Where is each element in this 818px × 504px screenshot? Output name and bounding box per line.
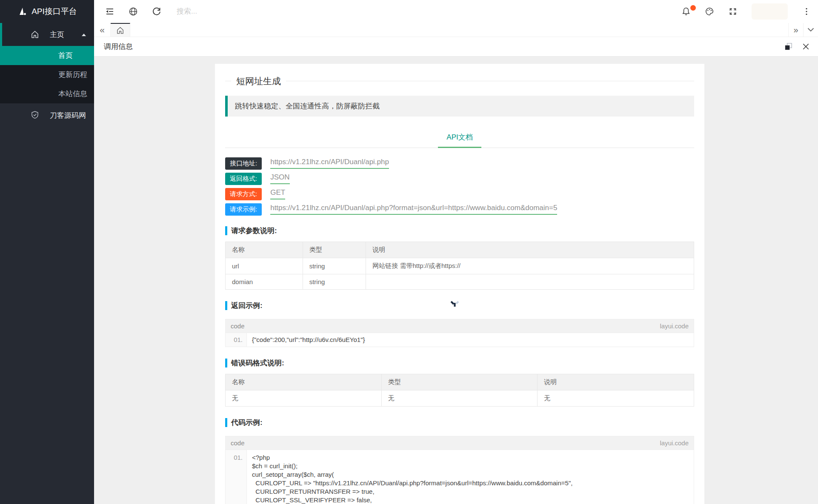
tab-scroll-right-button[interactable]: » [788, 23, 803, 37]
field-row-endpoint: 接口地址: https://v1.21lhz.cn/API/Duanl/api.… [225, 158, 694, 169]
format-value[interactable]: JSON [270, 173, 289, 184]
col-type: 类型 [303, 242, 366, 258]
table-cell: string [303, 274, 366, 290]
section-accent-bar [225, 226, 227, 235]
errors-heading: 错误码格式说明: [231, 358, 284, 368]
code-line: CURLOPT_URL => "https://v1.21lhz.cn/API/… [252, 479, 694, 487]
example-url-link[interactable]: https://v1.21lhz.cn/API/Duanl/api.php?fo… [270, 204, 557, 215]
content-area: 短网址生成 跳转快速稳定、全国连通性高，防屏蔽防拦截 API文档 接口地址: h… [94, 57, 818, 504]
page-title: 调用信息 [94, 42, 133, 51]
php-example-code-block: code layui.code 01. <?php $ch = curl_ini… [225, 436, 694, 504]
topbar-left-icons [94, 7, 161, 16]
code-lines: <?php $ch = curl_init(); curl_setopt_arr… [247, 450, 694, 504]
doc-quote: 跳转快速稳定、全国连通性高，防屏蔽防拦截 [225, 96, 694, 117]
endpoint-url-link[interactable]: https://v1.21lhz.cn/API/Duanl/api.php [270, 158, 389, 169]
sidebar-group-label: 主页 [50, 30, 64, 40]
table-header-row: 名称 类型 说明 [226, 374, 694, 390]
home-icon [31, 30, 39, 39]
app-title: API接口平台 [31, 6, 77, 17]
section-heading-params: 请求参数说明: [225, 225, 694, 236]
chevron-up-icon [81, 33, 86, 37]
active-tab-underline [438, 147, 481, 148]
section-heading-errors: 错误码格式说明: [225, 357, 694, 368]
table-cell: 无 [538, 390, 694, 407]
sidebar-item-siteinfo[interactable]: 本站信息 [0, 84, 94, 103]
doc-title: 短网址生成 [231, 75, 286, 87]
table-cell: string [303, 258, 366, 274]
tabbar-right-controls: » [788, 23, 818, 37]
field-row-method: 请求方式: GET [225, 188, 694, 199]
code-label: code [231, 439, 245, 447]
fullscreen-icon[interactable] [728, 7, 738, 16]
notification-badge-dot [690, 5, 696, 11]
table-cell [366, 274, 694, 290]
shield-check-icon [31, 111, 39, 119]
sidebar-item-changelog[interactable]: 更新历程 [0, 65, 94, 84]
table-row: domian string [226, 274, 694, 290]
home-tab-icon [116, 26, 124, 34]
line-number-gutter: 01. [226, 333, 247, 347]
code-body: 01. {"code":200,"url":"http://u6v.cn/6uE… [226, 333, 694, 347]
col-desc: 说明 [366, 242, 694, 258]
section-heading-code: 代码示例: [225, 417, 694, 428]
sidebar-submenu: 首页 更新历程 本站信息 [0, 46, 94, 103]
api-fields: 接口地址: https://v1.21lhz.cn/API/Duanl/api.… [225, 158, 694, 215]
code-line: <?php [252, 453, 694, 462]
field-row-format: 返回格式: JSON [225, 173, 694, 184]
params-table: 名称 类型 说明 url string 网站链接 需带http://或者http… [225, 242, 694, 290]
refresh-icon[interactable] [152, 7, 161, 16]
sidebar-item-external-label: 刀客源码网 [50, 111, 86, 120]
chevron-down-icon [807, 28, 814, 32]
tab-api-doc[interactable]: API文档 [438, 127, 481, 148]
code-heading: 代码示例: [231, 418, 263, 427]
tabbar: « » [94, 23, 818, 37]
table-cell: 网站链接 需带http://或者https:// [366, 258, 694, 274]
logo-icon [17, 6, 27, 17]
example-badge: 请求示例: [225, 203, 262, 216]
topbar [94, 0, 818, 23]
code-line: CURLOPT_RETURNTRANSFER => true, [252, 487, 694, 496]
layui-code-brand: layui.code [660, 322, 689, 330]
sidebar-item-external[interactable]: 刀客源码网 [0, 104, 94, 127]
theme-palette-icon[interactable] [705, 7, 714, 16]
section-accent-bar [225, 418, 227, 427]
page-header-controls [784, 42, 818, 51]
params-heading: 请求参数说明: [231, 226, 277, 236]
user-area[interactable] [752, 3, 788, 20]
method-badge: 请求方式: [225, 188, 262, 200]
collapse-sidebar-icon[interactable] [105, 7, 114, 16]
doc-card: 短网址生成 跳转快速稳定、全国连通性高，防屏蔽防拦截 API文档 接口地址: h… [215, 64, 704, 504]
col-name: 名称 [226, 374, 382, 390]
line-number: 01. [226, 453, 243, 462]
app-logo[interactable]: API接口平台 [0, 0, 94, 23]
sidebar: API接口平台 主页 首页 更新历程 本站信息 刀客源码网 [0, 0, 94, 504]
table-row: 无 无 无 [226, 390, 694, 407]
sidebar-group-home[interactable]: 主页 [0, 23, 94, 46]
tab-scroll-left-button[interactable]: « [94, 23, 111, 37]
line-number-gutter: 01. [226, 450, 247, 504]
error-codes-table: 名称 类型 说明 无 无 无 [225, 374, 694, 407]
method-value[interactable]: GET [270, 188, 285, 199]
bell-icon [681, 7, 691, 16]
col-name: 名称 [226, 242, 303, 258]
layui-code-brand: layui.code [660, 439, 689, 447]
doc-title-divider: 短网址生成 [225, 81, 694, 81]
tab-menu-button[interactable] [803, 23, 818, 37]
notifications-button[interactable] [681, 7, 691, 16]
sidebar-item-index[interactable]: 首页 [0, 46, 94, 65]
return-heading: 返回示例: [231, 301, 263, 310]
line-number: 01. [226, 335, 243, 345]
code-body: 01. <?php $ch = curl_init(); curl_setopt… [226, 450, 694, 504]
col-type: 类型 [381, 374, 538, 390]
search-input[interactable] [177, 7, 304, 16]
code-line: $ch = curl_init(); [252, 462, 694, 470]
code-block-header: code layui.code [226, 319, 694, 333]
tab-home[interactable] [111, 23, 130, 37]
code-line: curl_setopt_array($ch, array( [252, 470, 694, 479]
globe-icon[interactable] [129, 7, 138, 16]
close-icon[interactable] [801, 42, 810, 51]
more-vertical-icon[interactable] [802, 7, 811, 16]
maximize-window-icon[interactable] [784, 42, 793, 51]
doc-tabs: API文档 [225, 127, 694, 148]
tab-api-doc-label: API文档 [446, 133, 472, 141]
